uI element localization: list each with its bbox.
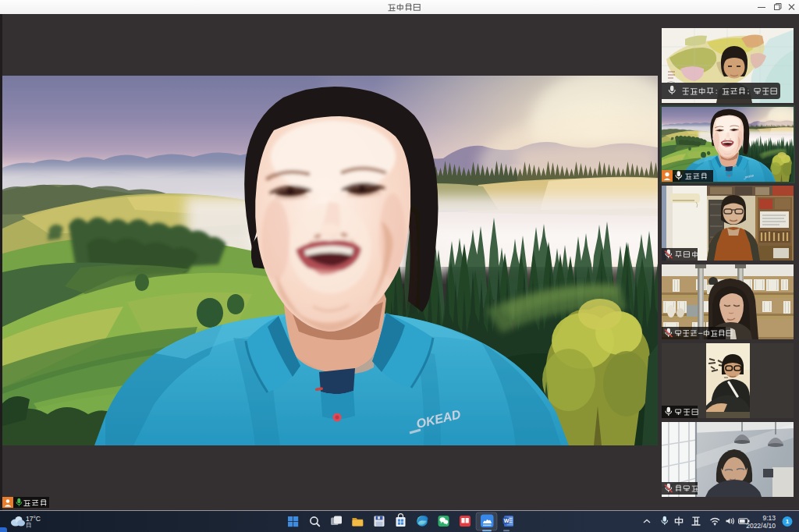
svg-text:W: W <box>504 518 510 523</box>
svg-text:1: 1 <box>786 518 790 525</box>
svg-text:2022/4/10: 2022/4/10 <box>746 522 776 530</box>
svg-text:17°C: 17°C <box>26 515 41 523</box>
svg-text:9:13: 9:13 <box>762 514 776 522</box>
